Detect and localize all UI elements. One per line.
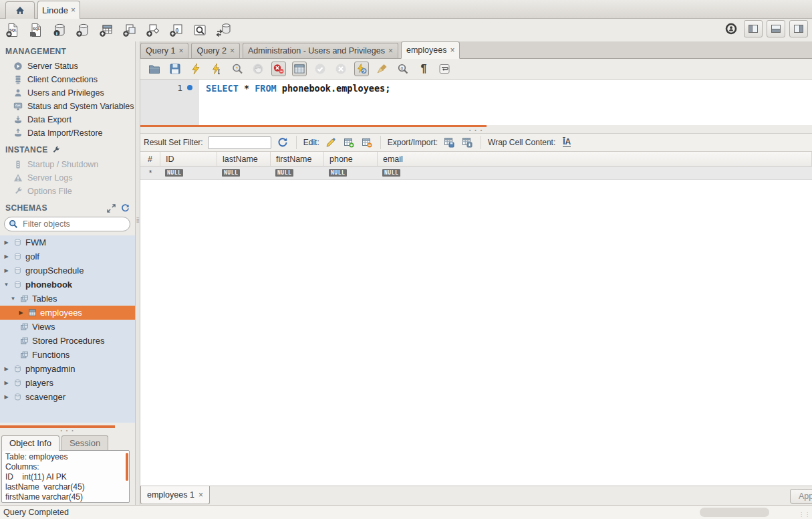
cell-firstname[interactable]: NULL [271, 167, 324, 179]
chevron-right-icon[interactable]: ▶ [3, 253, 10, 260]
chevron-right-icon[interactable]: ▶ [17, 310, 25, 316]
column-header-id[interactable]: ID [160, 152, 217, 166]
toggle-left-panel-button[interactable] [744, 20, 763, 37]
cell-lastname[interactable]: NULL [217, 167, 271, 179]
execute-query-icon[interactable] [188, 62, 203, 76]
home-tab[interactable] [5, 1, 35, 19]
tree-item-tables-folder[interactable]: ▼ Tables [0, 292, 135, 306]
chevron-right-icon[interactable]: ▶ [3, 394, 10, 400]
create-schema-icon[interactable] [74, 21, 92, 39]
chevron-down-icon[interactable]: ▼ [3, 282, 10, 288]
cell-phone[interactable]: NULL [324, 167, 378, 179]
sidebar-item-data-import[interactable]: Data Import/Restore [0, 126, 135, 140]
open-sql-script-icon[interactable]: SQL [27, 21, 45, 39]
connection-tab[interactable]: Linode × [37, 1, 80, 19]
sql-code[interactable]: SELECT * FROM phonebook.employees; [199, 80, 390, 125]
tree-item-schema[interactable]: ▶ players [0, 376, 135, 390]
tree-item-schema[interactable]: ▶ groupSchedule [0, 264, 135, 278]
reconnect-database-icon[interactable] [215, 21, 232, 39]
close-icon[interactable]: × [450, 46, 454, 54]
wrap-text-icon[interactable] [437, 62, 452, 76]
tab-object-info[interactable]: Object Info [1, 435, 59, 451]
sidebar-item-server-logs[interactable]: Server Logs [0, 171, 135, 185]
horizontal-scrollbar-thumb[interactable] [700, 508, 769, 517]
toggle-stop-on-error-button[interactable] [271, 62, 286, 76]
statement-marker-icon[interactable] [187, 85, 192, 90]
limit-rows-button[interactable] [292, 62, 307, 76]
chevron-right-icon[interactable]: ▶ [3, 239, 10, 245]
invisible-chars-icon[interactable]: ¶ [416, 62, 431, 76]
tree-item-views-folder[interactable]: Views [0, 320, 135, 334]
create-view-icon[interactable] [121, 21, 138, 39]
tree-item-schema-phonebook[interactable]: ▼ phonebook [0, 278, 135, 292]
toggle-right-panel-button[interactable] [789, 20, 808, 37]
cell-id[interactable]: NULL [160, 167, 217, 179]
sidebar-item-status-system-variables[interactable]: Status and System Variables [0, 100, 135, 113]
tab-administration[interactable]: Administration - Users and Privileges × [243, 43, 398, 58]
insert-row-icon[interactable] [342, 136, 356, 149]
search-data-icon[interactable] [191, 21, 209, 39]
column-header-email[interactable]: email [378, 152, 812, 166]
close-icon[interactable]: × [388, 47, 393, 55]
tree-item-schema[interactable]: ▶ golf [0, 249, 135, 264]
sidebar-item-startup-shutdown[interactable]: Startup / Shutdown [0, 158, 135, 171]
schema-filter-input[interactable] [21, 219, 126, 229]
open-script-icon[interactable] [147, 62, 162, 76]
create-table-icon[interactable] [98, 21, 115, 39]
wrap-cell-content-icon[interactable]: ĪA [560, 136, 573, 149]
toggle-bottom-panel-button[interactable] [767, 20, 785, 37]
column-header-lastname[interactable]: lastName [217, 152, 271, 166]
close-icon[interactable]: × [230, 47, 235, 55]
tree-item-table-employees[interactable]: ▶ employees [0, 306, 135, 320]
tree-item-functions-folder[interactable]: Functions [0, 348, 135, 362]
explain-plan-icon[interactable] [230, 62, 245, 76]
chevron-right-icon[interactable]: ▶ [3, 366, 10, 372]
save-script-icon[interactable] [168, 62, 182, 76]
splitter-grip[interactable]: • • • [469, 128, 483, 133]
toggle-autocommit-button[interactable] [354, 62, 369, 76]
column-header-firstname[interactable]: firstName [271, 152, 324, 166]
sidebar-item-client-connections[interactable]: Client Connections [0, 73, 135, 86]
import-recordset-icon[interactable] [460, 136, 474, 149]
sidebar-main-divider[interactable]: ≡≡ [135, 41, 140, 505]
refresh-schemas-icon[interactable] [121, 204, 130, 213]
column-header-rownum[interactable]: # [140, 152, 160, 166]
table-row-new-record[interactable]: * NULL NULL NULL NULL NULL [140, 167, 812, 180]
create-procedure-icon[interactable] [144, 21, 162, 39]
expand-panel-icon[interactable] [107, 204, 116, 213]
apply-button[interactable]: Apply [790, 489, 812, 504]
result-filter-input[interactable] [208, 136, 271, 149]
sidebar-item-users-privileges[interactable]: Users and Privileges [0, 86, 135, 100]
chevron-right-icon[interactable]: ▶ [3, 380, 10, 386]
close-icon[interactable]: × [178, 47, 183, 55]
cell-email[interactable]: NULL [378, 167, 812, 179]
commit-icon[interactable] [313, 62, 327, 76]
close-icon[interactable]: × [71, 6, 76, 14]
resize-grip[interactable]: ⋮⋮ [799, 512, 811, 518]
tab-query-2[interactable]: Query 2 × [191, 43, 239, 58]
sidebar-item-data-export[interactable]: Data Export [0, 113, 135, 126]
execute-current-statement-icon[interactable] [209, 62, 224, 76]
stop-query-icon[interactable] [251, 62, 265, 76]
tab-employees[interactable]: employees × [401, 41, 460, 59]
inspect-database-icon[interactable]: i [51, 21, 68, 39]
sidebar-item-options-file[interactable]: Options File [0, 185, 135, 198]
find-icon[interactable]: a [396, 62, 410, 76]
delete-row-icon[interactable] [360, 136, 374, 149]
column-header-phone[interactable]: phone [324, 152, 378, 166]
user-badge-icon[interactable] [722, 20, 740, 37]
rollback-icon[interactable] [333, 62, 348, 76]
tree-item-schema[interactable]: ▶ phpmyadmin [0, 362, 135, 376]
chevron-right-icon[interactable]: ▶ [3, 268, 10, 274]
edit-record-icon[interactable] [324, 136, 337, 149]
new-query-tab-icon[interactable]: SQL [4, 21, 21, 39]
result-grid-body[interactable] [140, 180, 812, 486]
create-function-icon[interactable]: () [168, 21, 185, 39]
clear-query-icon[interactable] [375, 62, 390, 76]
info-scrollbar-thumb[interactable] [126, 453, 128, 481]
refresh-results-icon[interactable] [276, 136, 289, 149]
tab-session[interactable]: Session [61, 435, 108, 451]
splitter-grip[interactable]: • • • [0, 428, 135, 433]
tree-item-stored-procedures-folder[interactable]: Stored Procedures [0, 334, 135, 348]
export-recordset-icon[interactable] [442, 136, 456, 149]
